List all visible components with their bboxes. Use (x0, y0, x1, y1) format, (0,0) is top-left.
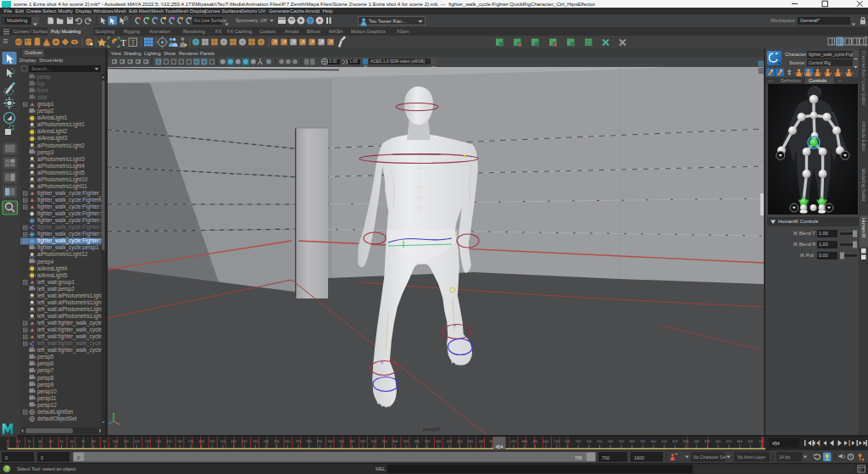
svg-text:No Character Set: No Character Set (693, 454, 726, 460)
svg-text:1600: 1600 (634, 455, 644, 460)
svg-text:0: 0 (77, 455, 80, 460)
svg-text:0: 0 (5, 455, 8, 460)
svg-text:24 fps: 24 fps (779, 454, 791, 460)
svg-text:?: ? (5, 466, 8, 471)
svg-text:700: 700 (602, 455, 609, 460)
svg-text:0: 0 (41, 455, 43, 460)
svg-text:No Anim Layer: No Anim Layer (737, 454, 765, 460)
svg-text:706: 706 (575, 455, 582, 460)
